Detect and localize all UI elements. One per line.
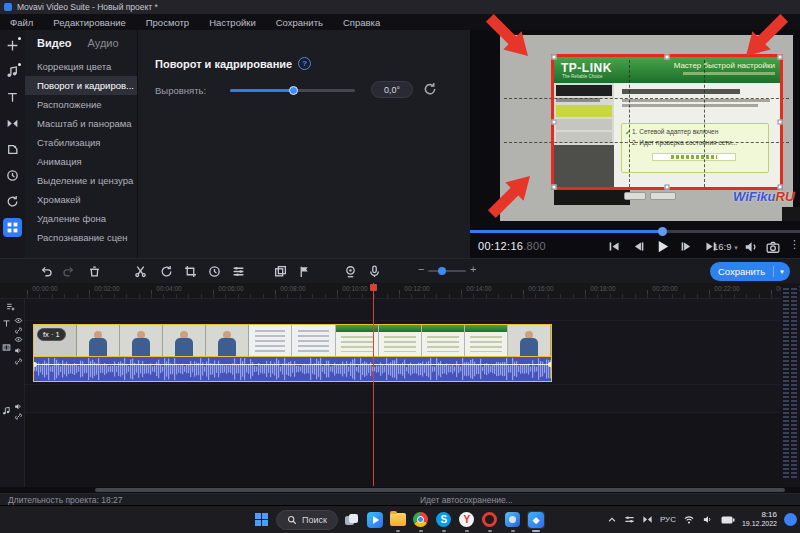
crop-handle[interactable] — [778, 120, 783, 125]
properties-icon[interactable] — [230, 263, 247, 280]
tool-item[interactable]: Расположение — [25, 95, 137, 114]
volume-envelope[interactable] — [34, 364, 551, 365]
app-explorer[interactable] — [389, 511, 407, 529]
task-view-button[interactable] — [343, 511, 361, 529]
tool-item[interactable]: Поворот и кадриров... — [25, 76, 137, 95]
tool-item[interactable]: Коррекция цвета — [25, 57, 137, 76]
music-icon[interactable] — [3, 62, 22, 81]
zoom-out-icon[interactable]: − — [418, 263, 424, 275]
tool-item[interactable]: Стабилизация — [25, 133, 137, 152]
envelope-point[interactable] — [548, 362, 551, 367]
menu-просмотр[interactable]: Просмотр — [146, 17, 189, 28]
seek-knob[interactable] — [658, 227, 667, 236]
zoom-in-icon[interactable]: + — [470, 263, 476, 275]
scrollbar-thumb[interactable] — [95, 488, 785, 492]
crop-handle[interactable] — [665, 55, 670, 60]
tool-item[interactable]: Удаление фона — [25, 209, 137, 228]
language-indicator[interactable]: РУС — [660, 515, 676, 524]
tray-sliders-icon[interactable] — [624, 514, 635, 525]
add-media-icon[interactable] — [3, 36, 22, 55]
webcam-icon[interactable] — [342, 263, 359, 280]
menu-справка[interactable]: Справка — [343, 17, 380, 28]
menu-сохранить[interactable]: Сохранить — [276, 17, 323, 28]
search-box[interactable]: Поиск — [276, 510, 338, 530]
app-chrome[interactable] — [412, 511, 430, 529]
crop-handle[interactable] — [778, 55, 783, 60]
angle-slider-knob[interactable] — [289, 86, 298, 95]
track-volume-icon[interactable] — [14, 346, 23, 355]
angle-slider[interactable] — [230, 89, 355, 92]
more-tools-icon[interactable] — [3, 218, 22, 237]
track-volume-icon[interactable] — [14, 402, 23, 411]
notification-badge[interactable] — [784, 513, 797, 526]
add-track-icon[interactable] — [6, 302, 15, 311]
hidden-icons-chevron[interactable] — [607, 515, 617, 525]
next-frame-button[interactable] — [678, 238, 695, 255]
volume-icon[interactable] — [744, 240, 758, 254]
crop-handle[interactable] — [778, 185, 783, 190]
history-icon[interactable] — [3, 166, 22, 185]
app-yandex-browser[interactable]: Y — [458, 511, 476, 529]
playhead-marker[interactable] — [370, 284, 377, 291]
crop-handle[interactable] — [552, 185, 557, 190]
chevron-down-icon[interactable]: ▼ — [774, 269, 790, 275]
titles-icon[interactable] — [3, 88, 22, 107]
clip-duration-icon[interactable] — [206, 263, 223, 280]
battery-icon[interactable] — [721, 515, 735, 525]
crop-handle[interactable] — [665, 185, 670, 190]
taskbar-clock[interactable]: 8:16 19.12.2022 — [742, 510, 777, 529]
menu-файл[interactable]: Файл — [10, 17, 33, 28]
tool-item[interactable]: Распознавание сцен — [25, 228, 137, 247]
angle-value-field[interactable]: 0,0° — [371, 81, 413, 98]
zoom-slider-knob[interactable] — [438, 267, 446, 275]
more-menu-icon[interactable]: ⋮ — [789, 238, 800, 251]
rotate-90-icon[interactable] — [423, 82, 437, 96]
menu-редактирование[interactable]: Редактирование — [53, 17, 125, 28]
snapshot-camera-icon[interactable] — [766, 240, 780, 254]
tool-item[interactable]: Масштаб и панорама — [25, 114, 137, 133]
microphone-icon[interactable] — [366, 263, 383, 280]
track-link-icon[interactable] — [14, 326, 23, 335]
marker-icon[interactable] — [296, 263, 313, 280]
overlay-icon[interactable] — [272, 263, 289, 280]
crop-handle[interactable] — [552, 55, 557, 60]
app-opera[interactable] — [481, 511, 499, 529]
video-clip[interactable]: fx · 1 — [33, 324, 552, 382]
time-ruler[interactable]: 00:00:0000:02:0000:04:0000:06:0000:08:00… — [0, 283, 800, 299]
aspect-ratio-dropdown[interactable]: 16:9 ▾ — [713, 241, 738, 252]
redo-icon[interactable] — [60, 263, 77, 280]
play-button[interactable] — [654, 238, 671, 255]
track-link-icon[interactable] — [14, 357, 23, 366]
track-link-icon[interactable] — [14, 412, 23, 421]
crop-handle[interactable] — [552, 120, 557, 125]
seek-bar[interactable] — [470, 227, 800, 235]
track-visibility-icon[interactable] — [14, 316, 23, 325]
delete-icon[interactable] — [86, 263, 103, 280]
app-skype[interactable]: S — [435, 511, 453, 529]
cut-icon[interactable] — [132, 263, 149, 280]
tab-аудио[interactable]: Аудио — [88, 37, 119, 49]
tool-item[interactable]: Анимация — [25, 152, 137, 171]
titles-track-icon[interactable] — [2, 319, 11, 328]
help-icon[interactable]: ? — [298, 57, 311, 70]
app-movavi-suite-active[interactable]: ◆ — [527, 511, 545, 529]
video-track-icon[interactable] — [2, 343, 11, 352]
playhead[interactable] — [373, 283, 374, 486]
menu-настройки[interactable]: Настройки — [209, 17, 256, 28]
audio-track-icon[interactable] — [2, 406, 11, 415]
volume-icon[interactable] — [702, 514, 714, 525]
prev-frame-button[interactable] — [630, 238, 647, 255]
tab-видео[interactable]: Видео — [37, 37, 72, 49]
tool-item[interactable]: Выделение и цензура — [25, 171, 137, 190]
rotation-icon[interactable] — [3, 192, 22, 211]
rotate-icon[interactable] — [158, 263, 175, 280]
tray-movavi-icon[interactable] — [642, 514, 653, 525]
titles-track-lane[interactable] — [25, 299, 800, 321]
zoom-slider[interactable] — [428, 270, 466, 272]
go-start-button[interactable] — [606, 238, 623, 255]
audio-track-lane[interactable] — [25, 385, 800, 413]
transitions-icon[interactable] — [3, 114, 22, 133]
start-button[interactable] — [253, 511, 271, 529]
app-photos[interactable] — [504, 511, 522, 529]
undo-icon[interactable] — [38, 263, 55, 280]
